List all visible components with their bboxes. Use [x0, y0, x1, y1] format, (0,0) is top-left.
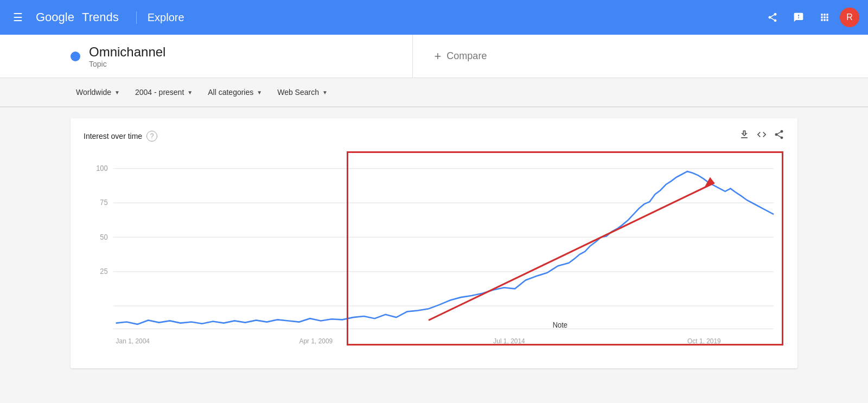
- red-trend-line: [429, 183, 714, 320]
- chart-help-icon[interactable]: ?: [146, 131, 157, 142]
- search-type-filter-label: Web Search: [277, 88, 319, 97]
- svg-text:100: 100: [96, 164, 108, 172]
- chart-title: Interest over time: [84, 132, 142, 140]
- time-range-filter-arrow: ▼: [187, 89, 193, 95]
- google-logo-text: Google: [36, 10, 74, 24]
- svg-text:Oct 1, 2019: Oct 1, 2019: [687, 337, 721, 344]
- svg-text:Jul 1, 2014: Jul 1, 2014: [493, 337, 525, 344]
- svg-text:75: 75: [100, 199, 107, 207]
- interest-over-time-card: Interest over time ?: [71, 118, 797, 368]
- search-type-filter-arrow: ▼: [322, 89, 328, 95]
- chart-actions: [739, 129, 784, 143]
- apps-icon: [819, 12, 830, 23]
- time-range-filter[interactable]: 2004 - present ▼: [130, 85, 198, 100]
- chart-title-area: Interest over time ?: [84, 131, 157, 142]
- trend-line: [116, 171, 774, 324]
- page-title: Explore: [136, 11, 184, 24]
- svg-text:50: 50: [100, 233, 107, 241]
- trends-logo-text: Trends: [82, 10, 119, 24]
- location-filter[interactable]: Worldwide ▼: [71, 85, 125, 100]
- svg-text:25: 25: [100, 267, 107, 276]
- header-icons: R: [762, 7, 859, 28]
- chart-area: 100 75 50 25 Jan 1, 2004 Apr 1, 2009 Jul…: [84, 151, 784, 357]
- search-area: Omnichannel Topic + Compare: [0, 35, 868, 78]
- compare-plus-icon: +: [435, 49, 442, 63]
- menu-icon[interactable]: ☰: [9, 7, 27, 28]
- category-filter-arrow: ▼: [257, 89, 262, 95]
- feedback-icon-button[interactable]: [788, 7, 809, 28]
- share-icon-button[interactable]: [762, 7, 783, 28]
- svg-text:Note: Note: [553, 321, 567, 329]
- main-content: Interest over time ?: [0, 107, 868, 379]
- term-color-dot: [71, 52, 80, 61]
- term-name: Omnichannel: [89, 44, 165, 60]
- app-logo: Google Trends: [36, 10, 119, 24]
- category-filter[interactable]: All categories ▼: [202, 85, 267, 100]
- svg-text:Apr 1, 2009: Apr 1, 2009: [299, 337, 333, 344]
- compare-button[interactable]: + Compare: [413, 35, 798, 78]
- location-filter-label: Worldwide: [76, 88, 111, 97]
- svg-text:Jan 1, 2004: Jan 1, 2004: [116, 337, 150, 344]
- avatar[interactable]: R: [840, 8, 859, 27]
- location-filter-arrow: ▼: [114, 89, 120, 95]
- embed-icon[interactable]: [756, 129, 767, 143]
- term-info: Omnichannel Topic: [89, 44, 165, 68]
- category-filter-label: All categories: [208, 88, 253, 97]
- filters-bar: Worldwide ▼ 2004 - present ▼ All categor…: [0, 78, 868, 107]
- download-icon[interactable]: [739, 129, 750, 143]
- time-range-filter-label: 2004 - present: [135, 88, 184, 97]
- compare-label: Compare: [446, 50, 487, 62]
- search-type-filter[interactable]: Web Search ▼: [272, 85, 333, 100]
- apps-icon-button[interactable]: [814, 7, 835, 28]
- chart-svg: 100 75 50 25 Jan 1, 2004 Apr 1, 2009 Jul…: [84, 151, 784, 357]
- feedback-icon: [793, 12, 804, 23]
- search-term-box: Omnichannel Topic: [71, 35, 413, 78]
- app-header: ☰ Google Trends Explore R: [0, 0, 868, 35]
- term-type: Topic: [89, 60, 165, 68]
- share-chart-icon[interactable]: [774, 129, 784, 143]
- chart-header: Interest over time ?: [84, 129, 784, 143]
- share-icon: [767, 12, 778, 23]
